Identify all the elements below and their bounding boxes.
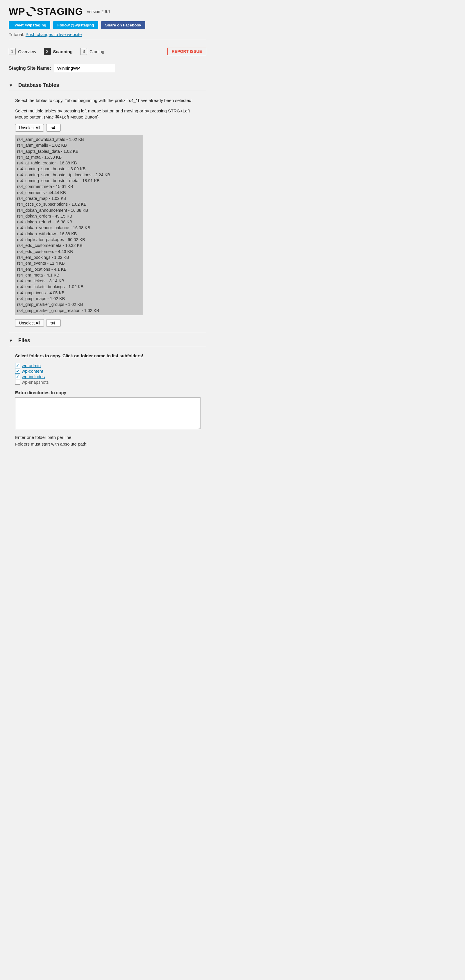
table-row[interactable]: rs4_coming_soon_booster_meta - 18.91 KB	[17, 178, 142, 184]
db-desc-2: Select multiple tables by pressing left …	[15, 108, 201, 120]
staging-site-name-label: Staging Site Name:	[9, 66, 51, 71]
logo: WP STAGING	[9, 6, 83, 17]
folder-row: ✓wp-snapshots	[15, 379, 201, 385]
table-row[interactable]: rs4_commentmeta - 15.61 KB	[17, 184, 142, 189]
table-row[interactable]: rs4_ahm_emails - 1.02 KB	[17, 142, 142, 148]
table-row[interactable]: rs4_cscs_db_subscriptions - 1.02 KB	[17, 201, 142, 207]
folder-row: ✓wp-admin	[15, 363, 201, 368]
report-issue-button[interactable]: REPORT ISSUE	[167, 48, 206, 55]
extra-dirs-textarea[interactable]	[15, 397, 201, 429]
tutorial-link[interactable]: Push changes to live website	[25, 32, 82, 37]
table-row[interactable]: rs4_dokan_withdraw - 16.38 KB	[17, 231, 142, 237]
caret-down-icon: ▼	[9, 338, 13, 343]
table-row[interactable]: rs4_coming_soon_booster - 3.09 KB	[17, 166, 142, 172]
table-row[interactable]: rs4_coming_soon_booster_ip_locations - 2…	[17, 172, 142, 178]
folder-row: ✓wp-content	[15, 368, 201, 374]
table-row[interactable]: rs4_comments - 44.44 KB	[17, 190, 142, 196]
table-row[interactable]: rs4_dokan_orders - 49.15 KB	[17, 213, 142, 219]
table-row[interactable]: rs4_at_table_creator - 16.38 KB	[17, 160, 142, 166]
folder-name-link[interactable]: wp-content	[22, 369, 43, 374]
table-row[interactable]: rs4_create_map - 1.02 KB	[17, 196, 142, 201]
staging-site-name-input[interactable]	[54, 64, 115, 72]
table-row[interactable]: rs4_gmp_marker_groups - 1.02 KB	[17, 301, 142, 307]
table-row[interactable]: rs4_at_meta - 16.38 KB	[17, 154, 142, 160]
folders-list: ✓wp-admin✓wp-content✓wp-includes✓wp-snap…	[15, 363, 201, 385]
logo-left: WP	[9, 6, 25, 17]
follow-button[interactable]: Follow @wpstaging	[53, 21, 98, 29]
plugin-header: WP STAGING Version 2.6.1	[9, 6, 206, 17]
table-row[interactable]: rs4_appts_tables_data - 1.02 KB	[17, 148, 142, 154]
table-row[interactable]: rs4_gmp_maps - 1.02 KB	[17, 296, 142, 301]
folder-row: ✓wp-includes	[15, 374, 201, 379]
extra-dirs-label: Extra directories to copy	[15, 390, 201, 395]
table-row[interactable]: rs4_edd_customers - 4.43 KB	[17, 249, 142, 255]
version-text: Version 2.6.1	[87, 9, 110, 14]
unselect-all-button-bottom[interactable]: Unselect All	[15, 319, 44, 327]
table-row[interactable]: rs4_gmp_marker_groups_relation - 1.02 KB	[17, 308, 142, 313]
prefix-filter-input-top[interactable]	[46, 124, 61, 132]
folder-checkbox[interactable]: ✓	[15, 380, 20, 385]
db-desc-1: Select the tables to copy. Tables beginn…	[15, 97, 201, 103]
table-row[interactable]: rs4_gmp_icons - 4.05 KB	[17, 290, 142, 296]
step-2-num[interactable]: 2	[44, 48, 51, 55]
caret-down-icon: ▼	[9, 83, 13, 88]
unselect-all-button-top[interactable]: Unselect All	[15, 124, 44, 132]
files-desc: Select folders to copy. Click on folder …	[15, 353, 201, 359]
folder-checkbox[interactable]: ✓	[15, 363, 20, 368]
table-row[interactable]: rs4_em_tickets_bookings - 1.02 KB	[17, 284, 142, 290]
refresh-icon	[26, 6, 36, 17]
step-2-label[interactable]: Scanning	[53, 49, 73, 54]
files-section-header[interactable]: ▼ Files	[9, 337, 206, 346]
folder-name-link: wp-snapshots	[22, 380, 49, 385]
folder-name-link[interactable]: wp-includes	[22, 374, 45, 379]
folder-checkbox[interactable]: ✓	[15, 374, 20, 379]
files-title: Files	[18, 337, 30, 344]
share-buttons: Tweet #wpstaging Follow @wpstaging Share…	[9, 21, 206, 29]
db-tables-section-header[interactable]: ▼ Database Tables	[9, 82, 206, 91]
extra-dirs-hint: Enter one folder path per line. Folders …	[15, 434, 201, 447]
tables-listbox[interactable]: rs4_ahm_download_stats - 1.02 KBrs4_ahm_…	[15, 135, 143, 315]
tutorial-line: Tutorial: Push changes to live website	[9, 32, 206, 37]
table-row[interactable]: rs4_em_locations - 4.1 KB	[17, 266, 142, 272]
step-1-num[interactable]: 1	[9, 48, 16, 55]
table-row[interactable]: rs4_dokan_refund - 16.38 KB	[17, 219, 142, 225]
tweet-button[interactable]: Tweet #wpstaging	[9, 21, 50, 29]
folder-name-link[interactable]: wp-admin	[22, 363, 41, 368]
step-3-label[interactable]: Cloning	[89, 49, 104, 54]
db-tables-title: Database Tables	[18, 82, 59, 88]
table-row[interactable]: rs4_em_tickets - 3.14 KB	[17, 278, 142, 284]
folder-checkbox[interactable]: ✓	[15, 369, 20, 374]
step-1-label[interactable]: Overview	[18, 49, 36, 54]
facebook-share-button[interactable]: Share on Facebook	[101, 21, 146, 29]
table-row[interactable]: rs4_dokan_announcement - 16.38 KB	[17, 207, 142, 213]
table-row[interactable]: rs4_dokan_vendor_balance - 16.38 KB	[17, 225, 142, 231]
table-row[interactable]: rs4_em_meta - 4.1 KB	[17, 272, 142, 278]
table-row[interactable]: rs4_em_events - 11.4 KB	[17, 260, 142, 266]
table-row[interactable]: rs4_edd_customermeta - 10.32 KB	[17, 243, 142, 248]
table-row[interactable]: rs4_em_bookings - 1.02 KB	[17, 255, 142, 260]
step-3-num[interactable]: 3	[80, 48, 87, 55]
logo-right: STAGING	[37, 6, 83, 17]
table-row[interactable]: rs4_duplicator_packages - 60.02 KB	[17, 237, 142, 243]
table-row[interactable]: rs4_ahm_download_stats - 1.02 KB	[17, 137, 142, 142]
steps-nav: 1 Overview 2 Scanning 3 Cloning REPORT I…	[9, 48, 206, 55]
table-row[interactable]: rs4_gmp_markers - 1.02 KB	[17, 313, 142, 315]
prefix-filter-input-bottom[interactable]	[46, 319, 61, 327]
